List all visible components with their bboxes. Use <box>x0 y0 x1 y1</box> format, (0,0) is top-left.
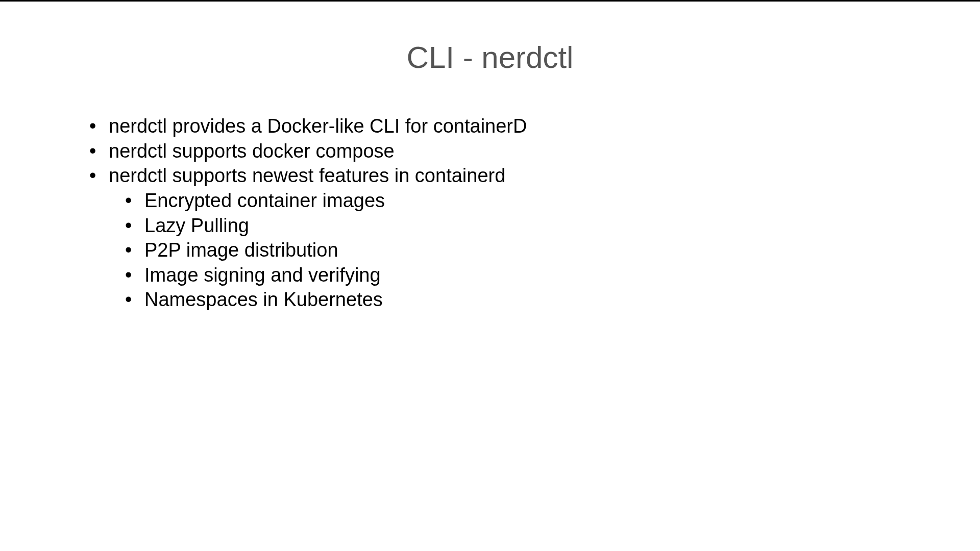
bullet-item: nerdctl provides a Docker-like CLI for c… <box>84 114 929 139</box>
slide-title: CLI - nerdctl <box>407 40 574 75</box>
bullet-item: nerdctl supports newest features in cont… <box>84 163 929 188</box>
sub-bullet-item: Lazy Pulling <box>120 213 929 238</box>
sub-bullet-item: Namespaces in Kubernetes <box>120 287 929 312</box>
bullet-item: nerdctl supports docker compose <box>84 139 929 164</box>
slide-content: nerdctl provides a Docker-like CLI for c… <box>84 114 929 312</box>
bullet-list: nerdctl provides a Docker-like CLI for c… <box>84 114 929 188</box>
sub-bullet-item: Image signing and verifying <box>120 263 929 288</box>
sub-bullet-list: Encrypted container images Lazy Pulling … <box>120 188 929 312</box>
sub-bullet-item: Encrypted container images <box>120 188 929 213</box>
sub-bullet-item: P2P image distribution <box>120 238 929 263</box>
